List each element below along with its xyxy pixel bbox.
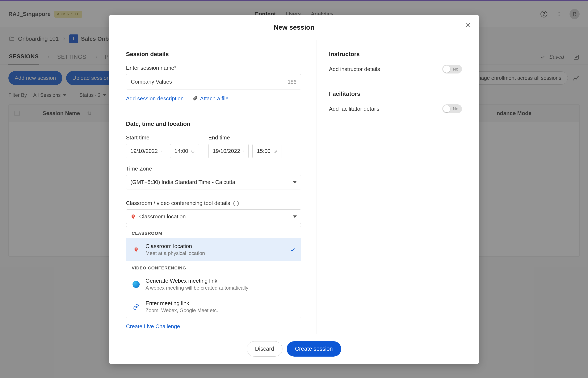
start-time-label: Start time [126,135,199,141]
timezone-label: Time Zone [126,165,301,172]
timezone-select[interactable]: (GMT+5:30) India Standard Time - Calcutt… [126,175,301,189]
char-remaining: 186 [288,79,296,85]
facilitator-toggle[interactable]: No [442,104,462,113]
dropdown-option-subtitle: A webex meeting will be created automati… [146,285,248,291]
add-facilitator-label: Add facilitator details [329,106,379,112]
dropdown-option-classroom-location[interactable]: Classroom location Meet at a physical lo… [126,238,301,261]
dropdown-option-webex[interactable]: Generate Webex meeting link A webex meet… [126,273,301,296]
create-session-button[interactable]: Create session [287,341,341,357]
dropdown-option-title: Classroom location [146,243,205,249]
discard-button[interactable]: Discard [247,341,282,357]
svg-rect-6 [161,151,162,152]
attach-file-link[interactable]: Attach a file [192,95,229,102]
dropdown-section-video: VIDEO CONFERENCING [126,261,301,273]
instructor-toggle[interactable]: No [442,65,462,73]
datetime-heading: Date, time and location [126,121,301,127]
webex-icon [133,281,140,288]
info-icon[interactable]: i [233,201,239,206]
dropdown-option-title: Enter meeting link [146,300,218,307]
session-name-label: Enter session name* [126,65,301,71]
instructors-heading: Instructors [329,51,462,57]
end-time-input[interactable]: 15:00 [253,144,281,158]
caret-down-icon [293,216,297,218]
new-session-modal: New session Session details Enter sessio… [109,15,479,364]
checkmark-icon [290,247,295,253]
toggle-state-label: No [453,67,458,72]
dropdown-option-meeting-link[interactable]: Enter meeting link Zoom, Webex, Google M… [126,296,301,318]
modal-title: New session [274,24,314,31]
dropdown-option-title: Generate Webex meeting link [146,278,248,284]
location-pin-icon [130,214,136,220]
modal-overlay: New session Session details Enter sessio… [0,0,588,378]
facilitators-heading: Facilitators [329,91,462,97]
calendar-icon [161,149,162,154]
link-icon [133,304,139,310]
clock-icon [273,149,277,154]
start-date-input[interactable]: 19/10/2022 [126,144,166,158]
end-date-input[interactable]: 19/10/2022 [208,144,249,158]
toggle-state-label: No [453,107,458,111]
tool-details-label: Classroom / video conferencing tool deta… [126,200,301,206]
dropdown-option-subtitle: Meet at a physical location [146,250,205,256]
tool-dropdown: CLASSROOM Classroom location Meet at a p… [126,226,301,318]
conferencing-tool-select[interactable]: Classroom location [126,209,301,224]
session-details-heading: Session details [126,51,301,57]
clock-icon [191,149,195,154]
add-description-link[interactable]: Add session description [126,95,184,102]
create-live-challenge-link[interactable]: Create Live Challenge [126,323,180,330]
session-name-input[interactable] [126,74,301,89]
dropdown-section-classroom: CLASSROOM [126,226,301,238]
end-time-label: End time [208,135,281,141]
add-instructor-label: Add instructor details [329,66,380,72]
dropdown-option-subtitle: Zoom, Webex, Google Meet etc. [146,308,218,313]
location-pin-icon [133,246,139,253]
svg-rect-8 [243,151,244,152]
caret-down-icon [293,181,297,184]
start-time-input[interactable]: 14:00 [170,144,199,158]
close-icon[interactable] [464,21,472,29]
paperclip-icon [192,95,198,101]
calendar-icon [243,149,244,154]
